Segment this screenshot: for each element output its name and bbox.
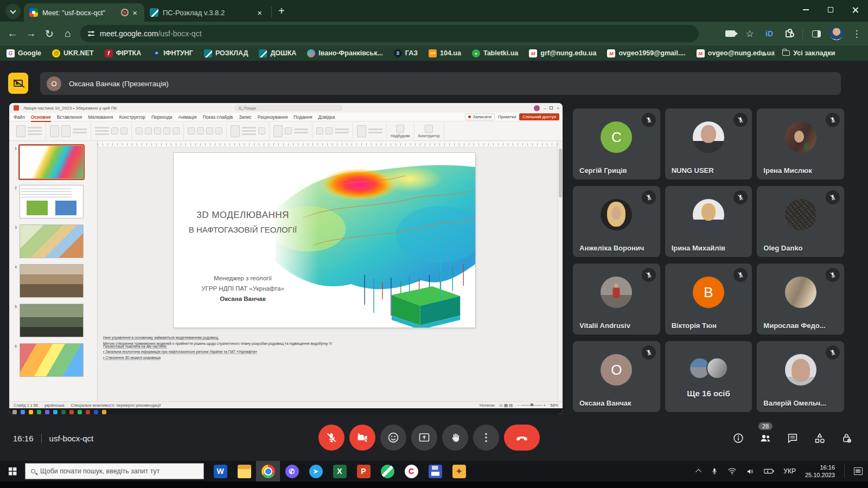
presentation-alert-icon[interactable] <box>8 73 28 94</box>
slide-thumbnail-row[interactable]: 3 <box>12 224 94 258</box>
slide-thumbnail-row[interactable]: 6 <box>12 343 94 377</box>
ppt-maximize-icon[interactable] <box>550 106 553 110</box>
info-icon[interactable] <box>731 431 745 445</box>
taskbar-app-icon[interactable] <box>232 461 256 481</box>
ribbon-addins-button[interactable]: Надбудови <box>387 123 414 139</box>
taskbar-app-icon[interactable] <box>256 461 280 481</box>
participant-tile[interactable]: С Сергій Гриців <box>573 108 660 179</box>
taskbar-app-icon[interactable] <box>352 461 375 481</box>
more-options-button[interactable] <box>473 425 499 451</box>
new-tab-button[interactable]: + <box>274 5 289 17</box>
minimize-button[interactable] <box>793 0 818 20</box>
slide-thumbnail[interactable] <box>20 304 84 337</box>
taskbar-app-icon[interactable] <box>304 461 328 481</box>
side-panel-icon[interactable] <box>810 28 822 40</box>
ppt-close-icon[interactable]: × <box>557 106 559 111</box>
slide-thumbnail[interactable] <box>20 145 84 179</box>
taskbar-app-icon[interactable] <box>280 461 304 481</box>
participant-tile[interactable]: Oleg Danko <box>757 186 844 257</box>
bookmark-item[interactable]: Івано-Франківськ... <box>307 49 383 57</box>
participant-tile[interactable]: Мирослав Федо... <box>757 264 844 335</box>
notification-center-icon[interactable] <box>854 467 863 475</box>
home-icon[interactable]: ⌂ <box>59 28 77 40</box>
taskbar-app-icon[interactable] <box>375 461 399 481</box>
notes-toggle-button[interactable]: Нотатки <box>480 403 495 408</box>
ppt-menu-tab[interactable]: Основне <box>31 113 51 121</box>
ppt-share-button[interactable]: Спільний доступ <box>519 113 559 120</box>
ppt-menu-tab[interactable]: Конструктор <box>119 113 145 121</box>
tab-close-icon[interactable]: × <box>131 8 139 17</box>
slide-thumbnail-row[interactable]: 1 <box>12 145 94 179</box>
participant-tile[interactable]: В Вікторія Тюн <box>665 264 752 335</box>
ppt-menu-tab[interactable]: Анімація <box>178 113 197 121</box>
host-controls-lock-icon[interactable] <box>840 431 854 445</box>
taskbar-search-input[interactable]: Щоби почати пошук, введіть запит тут <box>25 463 204 479</box>
slide-thumbnail-row[interactable]: 5 <box>12 304 94 337</box>
participant-tile[interactable]: О Оксана Ванчак <box>573 341 660 412</box>
language-indicator[interactable]: українська <box>44 403 65 408</box>
tray-expand-icon[interactable] <box>695 469 701 475</box>
ppt-menu-tab[interactable]: Подання <box>293 113 312 121</box>
participant-tile[interactable]: Ірина Михайлів <box>665 186 752 257</box>
ppt-scrollbar[interactable] <box>557 141 563 401</box>
shared-screen-tile[interactable]: Лекція частина 10_2023 • Збережено у цей… <box>9 103 563 414</box>
activities-icon[interactable] <box>813 431 827 445</box>
tray-mic-icon[interactable] <box>711 467 718 476</box>
tray-battery-icon[interactable] <box>764 468 774 474</box>
zoom-level[interactable]: 58% <box>550 403 558 408</box>
reload-icon[interactable]: ↻ <box>40 28 59 40</box>
participant-tile[interactable]: NUNG USER <box>665 108 752 179</box>
ppt-menu-tab[interactable]: Файл <box>14 113 25 121</box>
slide-thumbnail[interactable] <box>20 185 84 219</box>
participant-tile[interactable]: Ірена Мислюк <box>757 108 844 179</box>
current-slide[interactable]: 3D МОДЕЛЮВАННЯ В НАФТОГАЗОВІЙ ГЕОЛОГІЇ М… <box>174 153 475 328</box>
taskbar-clock[interactable]: 16:16 25.10.2023 <box>805 464 835 479</box>
extensions-puzzle-icon[interactable] <box>783 28 795 40</box>
bookmark-item[interactable]: ovgeo1959@gmail.... <box>607 49 685 57</box>
tab-search-button[interactable] <box>5 4 21 19</box>
bookmark-item[interactable]: ФІРТКА <box>105 49 142 57</box>
bookmark-item[interactable]: Tabletki.ua <box>472 49 518 57</box>
ppt-minimize-icon[interactable]: – <box>544 106 546 111</box>
bookmark-item[interactable]: UKR.NET <box>52 49 94 57</box>
tab-rozklad[interactable]: ПС-Розклад v.3.8.2 × <box>144 3 269 22</box>
slide-thumbnail[interactable] <box>20 224 84 258</box>
view-switcher-icons[interactable]: ▭ ▦ ▤ <box>499 403 513 408</box>
id-extension-icon[interactable]: iD <box>763 28 775 40</box>
participant-tile[interactable]: Ще 16 осіб <box>665 341 752 412</box>
start-button[interactable] <box>0 467 25 476</box>
ppt-ribbon[interactable]: Надбудови Конструктор <box>9 121 563 141</box>
slide-thumbnail[interactable] <box>20 264 84 298</box>
slide-thumbnail[interactable] <box>20 343 84 377</box>
present-screen-button[interactable] <box>411 425 437 451</box>
bookmark-item[interactable]: Google <box>7 49 41 57</box>
bookmark-item[interactable]: ІФНТУНГ <box>152 49 193 57</box>
participant-tile[interactable]: Анжеліка Воронич <box>573 186 660 257</box>
taskbar-app-icon[interactable] <box>423 461 447 481</box>
camera-off-button[interactable] <box>349 425 375 451</box>
ppt-menu-tab[interactable]: Довідка <box>318 113 335 121</box>
all-bookmarks-button[interactable]: Усі закладки <box>782 49 835 57</box>
ppt-menu-tab[interactable]: Запис <box>239 113 251 121</box>
taskbar-app-icon[interactable] <box>208 461 232 481</box>
ppt-menu-tab[interactable]: Рецензування <box>258 113 288 121</box>
reactions-emoji-button[interactable] <box>380 425 406 451</box>
tab-close-icon[interactable]: × <box>256 8 264 17</box>
ppt-search-box[interactable]: Пошук <box>234 105 343 111</box>
raise-hand-button[interactable] <box>442 425 468 451</box>
taskbar-app-icon[interactable] <box>328 461 352 481</box>
bookmark-item[interactable]: 104.ua <box>429 49 461 57</box>
ppt-menu-tab[interactable]: Показ слайдів <box>203 113 233 121</box>
slide-thumbnail-panel[interactable]: 1 2 3 4 <box>9 141 98 401</box>
zoom-slider[interactable]: −+ <box>517 403 546 408</box>
forward-icon[interactable]: → <box>22 28 40 40</box>
ppt-comments-button[interactable]: Примітки <box>498 114 516 119</box>
slide-thumbnail-row[interactable]: 4 <box>12 264 94 298</box>
ppt-menu-tab[interactable]: Переходи <box>151 113 173 121</box>
close-button[interactable] <box>843 0 868 20</box>
back-icon[interactable]: ← <box>3 28 22 40</box>
ppt-notes-pane[interactable]: Нині управління в основному займаються м… <box>103 335 429 361</box>
kebab-menu-icon[interactable]: ⋮ <box>851 28 863 40</box>
bookmark-item[interactable]: РОЗКЛАД <box>204 49 248 57</box>
slide-thumbnail-row[interactable]: 2 <box>12 185 94 219</box>
